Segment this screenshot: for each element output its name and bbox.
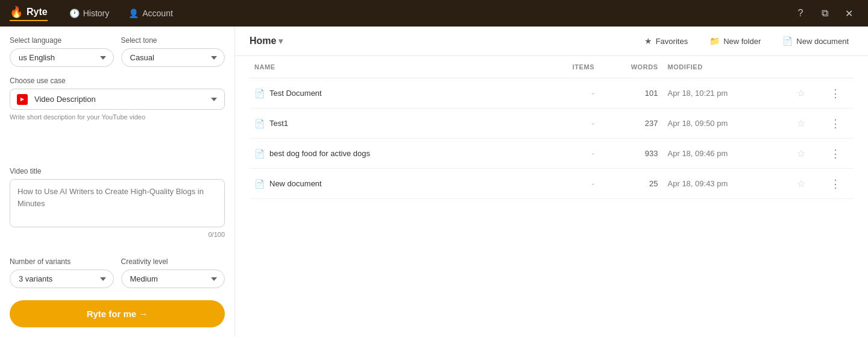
top-navigation: 🔥 Ryte 🕐 History 👤 Account ? ⧉ ✕ [0,0,868,27]
main-layout: Select language us English Select tone C… [0,27,868,337]
language-label: Select language [10,36,114,45]
brand-icon: 🔥 [10,5,23,19]
account-icon: 👤 [128,8,139,18]
star-button[interactable]: ☆ [794,177,808,191]
file-modified: Apr 18, 10:21 pm [663,78,790,109]
favorites-label: Favorites [656,37,688,46]
language-tone-row: Select language us English Select tone C… [10,36,225,67]
doc-icon: 📄 [254,149,265,159]
language-group: Select language us English [10,36,114,67]
file-name: Test1 [269,119,288,128]
star-icon: ★ [644,36,652,46]
col-header-more [822,56,854,78]
file-table: NAME ITEMS WORDS MODIFIED 📄 Test Documen… [250,56,854,199]
external-link-button[interactable]: ⧉ [815,4,834,23]
file-star-cell: ☆ [790,78,822,109]
col-header-star [790,56,822,78]
file-name-cell: 📄 Test1 [250,109,536,139]
file-more-cell: ⋮ [822,139,854,169]
nav-account[interactable]: 👤 Account [121,0,180,27]
table-header-row: NAME ITEMS WORDS MODIFIED [250,56,854,78]
ryte-for-me-button[interactable]: Ryte for me → [10,300,225,327]
nav-history[interactable]: 🕐 History [62,0,117,27]
file-name-cell: 📄 best dog food for active dogs [250,139,536,169]
language-select[interactable]: us English [10,48,114,67]
file-more-cell: ⋮ [822,109,854,139]
breadcrumb-home: Home [250,36,276,46]
file-items: - [536,109,599,139]
brand-name: Ryte [27,7,48,17]
variants-select[interactable]: 3 variants [10,269,114,288]
variants-label: Number of variants [10,257,114,266]
use-case-hint: Write short description for your YouTube… [10,113,225,121]
creativity-select[interactable]: Medium [121,269,225,288]
char-count: 0/100 [10,231,225,238]
variants-creativity-row: Number of variants 3 variants Creativity… [10,257,225,288]
doc-icon: 📄 [254,89,265,98]
col-header-modified: MODIFIED [663,56,790,78]
variants-group: Number of variants 3 variants [10,257,114,288]
brand-logo[interactable]: 🔥 Ryte [10,5,48,21]
use-case-select-wrap: Video Description [10,89,225,110]
table-row[interactable]: 📄 Test1 - 237 Apr 18, 09:50 pm ☆ ⋮ [250,109,854,139]
video-title-textarea[interactable] [10,179,225,227]
creativity-group: Creativity level Medium [121,257,225,288]
history-icon: 🕐 [69,8,80,18]
help-button[interactable]: ? [791,4,810,23]
creativity-label: Creativity level [121,257,225,266]
file-items: - [536,78,599,109]
folder-icon: 📁 [709,36,720,46]
breadcrumb[interactable]: Home ▾ [250,36,283,46]
file-name-cell: 📄 Test Document [250,78,536,109]
doc-icon: 📄 [254,119,265,128]
video-title-group: Video title 0/100 [10,167,225,248]
new-folder-button[interactable]: 📁 New folder [705,34,766,48]
more-button[interactable]: ⋮ [826,117,844,130]
file-words: 101 [599,78,662,109]
more-button[interactable]: ⋮ [826,177,844,191]
table-row[interactable]: 📄 Test Document - 101 Apr 18, 10:21 pm ☆… [250,78,854,109]
close-button[interactable]: ✕ [839,4,858,23]
favorites-button[interactable]: ★ Favorites [640,34,693,48]
file-items: - [536,139,599,169]
star-button[interactable]: ☆ [794,116,808,130]
tone-group: Select tone Casual [121,36,225,67]
file-words: 237 [599,109,662,139]
more-button[interactable]: ⋮ [826,87,844,100]
nav-account-label: Account [142,8,173,18]
file-table-body: 📄 Test Document - 101 Apr 18, 10:21 pm ☆… [250,78,854,199]
file-modified: Apr 18, 09:46 pm [663,139,790,169]
star-button[interactable]: ☆ [794,86,808,100]
table-row[interactable]: 📄 best dog food for active dogs - 933 Ap… [250,139,854,169]
file-name-cell: 📄 New document [250,169,536,199]
file-words: 933 [599,139,662,169]
new-document-label: New document [796,37,849,46]
file-more-cell: ⋮ [822,78,854,109]
doc-icon: 📄 [254,179,265,189]
file-name: Test Document [269,89,322,98]
more-button[interactable]: ⋮ [826,147,844,160]
col-header-words: WORDS [599,56,662,78]
file-star-cell: ☆ [790,109,822,139]
file-items: - [536,169,599,199]
col-header-name: NAME [250,56,536,78]
file-more-cell: ⋮ [822,169,854,199]
file-modified: Apr 18, 09:43 pm [663,169,790,199]
table-row[interactable]: 📄 New document - 25 Apr 18, 09:43 pm ☆ ⋮ [250,169,854,199]
use-case-select[interactable]: Video Description [10,89,225,110]
tone-select[interactable]: Casual [121,48,225,67]
file-words: 25 [599,169,662,199]
star-button[interactable]: ☆ [794,146,808,160]
sidebar: Select language us English Select tone C… [0,27,235,337]
nav-history-label: History [83,8,110,18]
new-document-button[interactable]: 📄 New document [778,34,854,48]
col-header-items: ITEMS [536,56,599,78]
use-case-label: Choose use case [10,77,225,85]
file-table-wrap: NAME ITEMS WORDS MODIFIED 📄 Test Documen… [235,56,868,337]
file-modified: Apr 18, 09:50 pm [663,109,790,139]
file-star-cell: ☆ [790,139,822,169]
use-case-group: Choose use case Video Description Write … [10,77,225,157]
file-star-cell: ☆ [790,169,822,199]
new-folder-label: New folder [723,37,761,46]
video-title-label: Video title [10,167,225,175]
